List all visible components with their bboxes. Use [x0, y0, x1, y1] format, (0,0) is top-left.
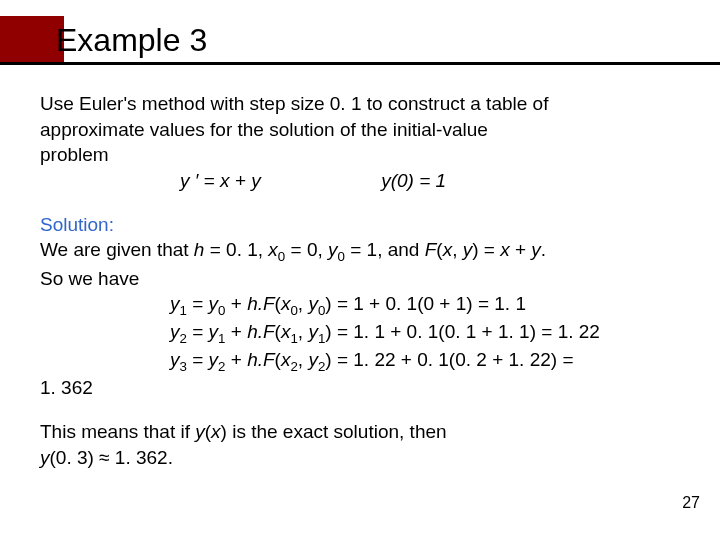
solution-label: Solution: — [40, 213, 680, 238]
accent-block — [0, 16, 64, 62]
calc-line-3-cont: 1. 362 — [40, 376, 680, 401]
given-line-2: So we have — [40, 267, 680, 292]
calc-line-3: y3 = y2 + h.F(x2, y2) = 1. 22 + 0. 1(0. … — [40, 348, 680, 375]
given-line-1: We are given that h = 0. 1, x0 = 0, y0 =… — [40, 238, 680, 265]
conclusion-line-2: y(0. 3) ≈ 1. 362. — [40, 446, 680, 471]
calc-line-1: y1 = y0 + h.F(x0, y0) = 1 + 0. 1(0 + 1) … — [40, 292, 680, 319]
problem-line-2: approximate values for the solution of t… — [40, 118, 680, 143]
page-number: 27 — [682, 494, 700, 512]
slide-body: Use Euler's method with step size 0. 1 t… — [40, 92, 680, 472]
problem-line-3: problem — [40, 143, 680, 168]
slide-title: Example 3 — [56, 22, 207, 59]
ode-equation: y ′ = x + y — [180, 170, 261, 191]
problem-line-1: Use Euler's method with step size 0. 1 t… — [40, 92, 680, 117]
calc-line-2: y2 = y1 + h.F(x1, y1) = 1. 1 + 0. 1(0. 1… — [40, 320, 680, 347]
equation-row: y ′ = x + y y(0) = 1 — [40, 169, 680, 194]
conclusion-line-1: This means that if y(x) is the exact sol… — [40, 420, 680, 445]
initial-condition: y(0) = 1 — [381, 170, 446, 191]
title-underline — [0, 62, 720, 65]
